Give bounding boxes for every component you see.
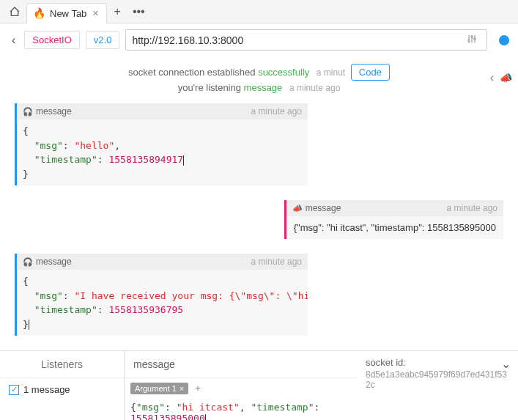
new-tab-button[interactable]: +	[110, 5, 125, 18]
message-time: a minute ago	[251, 257, 302, 267]
event-name-input[interactable]	[133, 358, 348, 370]
socket-info: socket id: 8d5e1a3eabc945979f69d7ed431f5…	[357, 351, 518, 420]
message-received: 🎧 message a minute ago { "msg": "hello",…	[15, 103, 503, 185]
status-success: successfully	[258, 67, 309, 78]
listener-item[interactable]: ✓ 1 message	[0, 378, 124, 401]
svg-point-0	[468, 40, 470, 42]
socket-id-label: socket id:	[366, 357, 509, 368]
listeners-column: Listeners ✓ 1 message	[0, 351, 125, 420]
message-label: message	[36, 257, 72, 267]
listeners-title: Listeners	[0, 351, 124, 378]
browser-tab-bar: 🔥 New Tab × + •••	[0, 0, 518, 23]
message-sent: 📣 message a minute ago {"msg": "hi itcas…	[15, 200, 503, 239]
url-bar	[125, 29, 487, 51]
add-argument-button[interactable]: +	[195, 383, 201, 394]
headphone-icon: 🎧	[23, 257, 33, 267]
status-time: a minute ago	[289, 83, 340, 93]
message-list: 🎧 message a minute ago { "msg": "hello",…	[0, 103, 518, 336]
chevron-down-icon[interactable]: ⌄	[501, 357, 511, 371]
home-button[interactable]	[6, 3, 23, 21]
argument-tab-label: Argument 1	[135, 384, 177, 393]
status-area: socket connection established successful…	[0, 56, 518, 103]
code-button[interactable]: Code	[351, 64, 390, 81]
status-text: socket connection established	[128, 67, 258, 78]
protocol-chip[interactable]: SocketIO	[24, 31, 79, 49]
tab-title: New Tab	[50, 8, 86, 19]
message-body[interactable]: { "msg": "hello", "timestamp": 155813589…	[17, 119, 308, 185]
message-label: message	[306, 203, 341, 213]
message-header: 🎧 message a minute ago	[17, 103, 308, 119]
message-body[interactable]: {"msg": "hi itcast", "timestamp": 155813…	[286, 216, 503, 239]
megaphone-icon[interactable]: 📣	[500, 72, 512, 84]
status-line-connected: socket connection established successful…	[0, 64, 518, 81]
close-icon[interactable]: ×	[180, 385, 184, 393]
message-body[interactable]: { "msg": "I have received your msg: {\"m…	[17, 270, 308, 336]
emit-column: Argument 1 × + {"msg": "hi itcast", "tim…	[125, 351, 357, 420]
checkbox-checked-icon[interactable]: ✓	[9, 385, 19, 395]
status-event: message	[244, 82, 283, 93]
connection-status-dot[interactable]	[499, 35, 509, 45]
megaphone-icon: 📣	[292, 204, 303, 213]
argument-tab[interactable]: Argument 1 ×	[130, 383, 188, 394]
version-chip[interactable]: v2.0	[86, 31, 120, 49]
argument-tabs: Argument 1 × +	[125, 378, 357, 399]
message-time: a minute ago	[447, 203, 497, 213]
back-button[interactable]: ‹	[9, 34, 18, 47]
bottom-panel: Listeners ✓ 1 message Argument 1 × + {"m…	[0, 350, 518, 420]
close-icon[interactable]: ×	[91, 7, 100, 19]
listener-label: 1 message	[23, 384, 70, 395]
status-right-controls: ‹ 📣	[490, 71, 512, 84]
browser-tab[interactable]: 🔥 New Tab ×	[26, 3, 107, 23]
message-header: 📣 message a minute ago	[286, 200, 503, 216]
status-line-listening: you're listening message a minute ago	[0, 82, 518, 93]
message-received: 🎧 message a minute ago { "msg": "I have …	[15, 254, 503, 336]
svg-point-1	[471, 36, 473, 38]
more-button[interactable]: •••	[128, 5, 149, 18]
url-input[interactable]	[132, 34, 463, 46]
headphone-icon: 🎧	[23, 107, 33, 117]
chevron-left-icon[interactable]: ‹	[490, 71, 494, 84]
status-time: a minut	[317, 67, 345, 78]
status-text: you're listening	[178, 82, 244, 93]
socket-id-value: 8d5e1a3eabc945979f69d7ed431f532c	[366, 369, 509, 390]
svg-point-2	[474, 38, 476, 40]
message-header: 🎧 message a minute ago	[17, 254, 308, 270]
app-toolbar: ‹ SocketIO v2.0	[0, 23, 518, 56]
fire-icon: 🔥	[33, 7, 45, 19]
argument-body[interactable]: {"msg": "hi itcast", "timestamp": 155813…	[125, 399, 357, 420]
message-label: message	[36, 106, 72, 117]
message-time: a minute ago	[251, 106, 302, 117]
settings-icon[interactable]	[463, 33, 481, 47]
